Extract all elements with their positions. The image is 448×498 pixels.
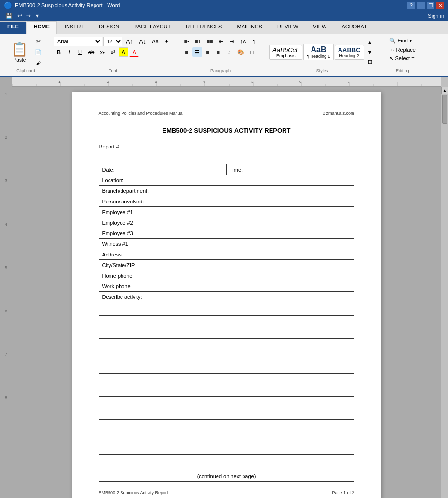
find-button[interactable]: 🔍 Find ▾ (385, 37, 417, 45)
font-label: Font (109, 67, 117, 73)
borders-button[interactable]: □ (247, 47, 257, 57)
undo-button[interactable]: ↩ (16, 13, 24, 19)
close-button[interactable]: ✕ (436, 2, 444, 9)
margin-marker-5: 5 (5, 265, 7, 270)
persons-row: Persons involved: (99, 196, 354, 207)
tab-file[interactable]: FILE (0, 21, 26, 34)
tab-acrobat[interactable]: ACROBAT (334, 21, 374, 34)
clipboard-group: 📋 Paste ✂ 📄 🖌 Clipboard (4, 36, 48, 74)
city-cell: City/State/ZIP (99, 260, 354, 270)
style-emphasis[interactable]: AaBbCcL Emphasis (269, 45, 302, 60)
date-cell: Date: (99, 164, 227, 175)
font-name-select[interactable]: Arial (54, 37, 102, 46)
employee3-row: Employee #3 (99, 228, 354, 239)
heading2-label: Heading 2 (339, 54, 359, 58)
scroll-thumb[interactable] (442, 95, 447, 124)
shading-button[interactable]: 🎨 (235, 47, 246, 57)
quick-access-toolbar: 💾 ↩ ↪ ▾ Sign in (0, 11, 448, 21)
align-left-button[interactable]: ≡ (182, 47, 191, 57)
report-number-line: _______________________ (121, 144, 189, 149)
employee2-row: Employee #2 (99, 217, 354, 228)
left-margin: 1 2 3 4 5 6 7 8 (0, 87, 12, 498)
subscript-button[interactable]: x₂ (97, 47, 107, 57)
italic-button[interactable]: I (65, 47, 74, 57)
paste-icon: 📋 (11, 41, 28, 57)
align-center-button[interactable]: ☰ (192, 47, 202, 57)
document-page[interactable]: Accounting Policies and Procedures Manua… (72, 92, 381, 498)
employee2-cell: Employee #2 (99, 217, 354, 228)
increase-indent-button[interactable]: ⇥ (227, 37, 236, 46)
text-highlight-button[interactable]: A (119, 47, 128, 57)
ribbon: FILE HOME INSERT DESIGN PAGE LAYOUT REFE… (0, 21, 448, 77)
bold-button[interactable]: B (54, 47, 64, 57)
select-button[interactable]: ↖ Select = (385, 54, 419, 63)
minimize-button[interactable]: — (417, 2, 425, 9)
font-content: Arial 12 A↑ A↓ Aa ✦ B I U ab x₂ x² (54, 37, 172, 67)
font-color-button[interactable]: A (129, 47, 139, 57)
copy-button[interactable]: 📄 (32, 47, 44, 57)
sort-button[interactable]: ↕A (237, 37, 248, 46)
multilevel-list-button[interactable]: ≡≡ (204, 37, 216, 46)
change-case-button[interactable]: Aa (149, 37, 161, 46)
title-bar-controls[interactable]: ? — ❐ ✕ (407, 2, 444, 9)
continued-text: (continued on next page) (99, 471, 354, 482)
replace-button[interactable]: ↔ Replace (385, 46, 420, 54)
align-right-button[interactable]: ≡ (203, 47, 213, 57)
styles-down-button[interactable]: ▼ (365, 47, 375, 57)
vertical-scrollbar[interactable]: ▲ ▼ (441, 87, 448, 498)
title-bar-text: EMB500-2 Suspicious Activity Report - Wo… (15, 2, 120, 8)
font-name-row: Arial 12 A↑ A↓ Aa ✦ (54, 37, 172, 46)
grow-font-button[interactable]: A↑ (123, 37, 136, 46)
save-qa-button[interactable]: 💾 (4, 13, 14, 19)
describe-lines-section (99, 305, 354, 466)
scroll-up-button[interactable]: ▲ (441, 87, 448, 94)
cut-button[interactable]: ✂ (32, 37, 44, 46)
svg-rect-0 (12, 77, 441, 87)
decrease-indent-button[interactable]: ⇤ (216, 37, 226, 46)
tab-view[interactable]: VIEW (306, 21, 334, 34)
styles-up-button[interactable]: ▲ (365, 38, 375, 47)
page-container: Accounting Policies and Procedures Manua… (12, 87, 441, 498)
tab-mailings[interactable]: MAILINGS (230, 21, 270, 34)
shrink-font-button[interactable]: A↓ (136, 37, 149, 46)
scroll-track[interactable] (441, 94, 448, 498)
sign-in-label[interactable]: Sign in (428, 13, 444, 19)
margin-marker-3: 3 (5, 178, 7, 183)
clear-format-button[interactable]: ✦ (162, 37, 172, 46)
header-right: Bizmanualz.com (322, 111, 354, 116)
branch-row: Branch/department: (99, 186, 354, 196)
style-heading2[interactable]: AABBC Heading 2 (335, 45, 364, 60)
styles-content: AaBbCcL Emphasis AaB ¶ Heading 1 AABBC H… (269, 37, 375, 67)
format-painter-button[interactable]: 🖌 (32, 58, 44, 67)
describe-line-13 (99, 444, 354, 455)
title-bar-left: 🔵 EMB500-2 Suspicious Activity Report - … (4, 1, 120, 9)
line-spacing-button[interactable]: ↕ (224, 47, 234, 57)
tab-home[interactable]: HOME (27, 21, 57, 34)
show-formatting-button[interactable]: ¶ (249, 37, 259, 46)
superscript-button[interactable]: x² (108, 47, 118, 57)
customize-qa-button[interactable]: ▾ (34, 13, 40, 19)
styles-expand-button[interactable]: ⊞ (365, 57, 375, 67)
redo-button[interactable]: ↪ (25, 13, 32, 19)
help-button[interactable]: ? (407, 2, 415, 9)
restore-button[interactable]: ❐ (427, 2, 434, 9)
underline-button[interactable]: U (75, 47, 85, 57)
persons-cell: Persons involved: (99, 196, 354, 207)
tab-references[interactable]: REFERENCES (178, 21, 229, 34)
clipboard-sub-btns: ✂ 📄 🖌 (32, 37, 44, 67)
strikethrough-button[interactable]: ab (86, 47, 96, 57)
tab-insert[interactable]: INSERT (57, 21, 91, 34)
justify-button[interactable]: ≡ (214, 47, 223, 57)
bullets-button[interactable]: ≡• (182, 37, 191, 46)
work-phone-row: Work phone (99, 281, 354, 292)
paste-button[interactable]: 📋 Paste (8, 39, 31, 65)
margin-marker-6: 6 (5, 309, 7, 313)
style-heading1[interactable]: AaB ¶ Heading 1 (303, 44, 333, 60)
numbering-button[interactable]: ≡1 (192, 37, 204, 46)
tab-page-layout[interactable]: PAGE LAYOUT (127, 21, 178, 34)
tab-review[interactable]: REVIEW (270, 21, 305, 34)
font-size-select[interactable]: 12 (103, 37, 122, 46)
describe-line-7 (99, 375, 354, 385)
margin-marker-8: 8 (5, 395, 7, 400)
tab-design[interactable]: DESIGN (92, 21, 126, 34)
